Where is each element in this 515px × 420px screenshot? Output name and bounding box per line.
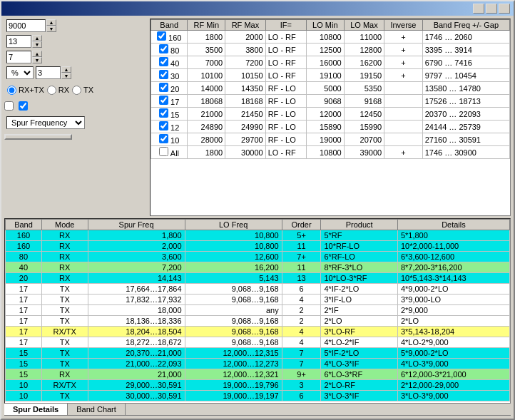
if-eq-cell: LO - RF — [265, 31, 306, 43]
band-table-row: 80 3500 3800 LO - RF 12500 12800 + 3395 … — [151, 43, 510, 56]
band-gap-input-group: ▲ ▼ — [36, 66, 71, 79]
spur-band-cell: 17 — [6, 305, 42, 316]
tab-band-chart[interactable]: Band Chart — [68, 404, 126, 415]
band-gap-down[interactable]: ▼ — [61, 73, 71, 79]
lomax-col-header: LO Max — [344, 20, 384, 31]
if-freq-down[interactable]: ▼ — [46, 26, 56, 32]
max-rx-input-group: ▲ ▼ — [6, 35, 42, 48]
band-gap-unit-select[interactable]: % — [6, 66, 34, 79]
band-table: Band RF Min RF Max IF= LO Min LO Max Inv… — [151, 19, 510, 159]
band-cell-checkbox[interactable]: 30 — [151, 69, 188, 82]
band-cell-checkbox[interactable]: 80 — [151, 43, 188, 56]
band-checkbox[interactable] — [159, 134, 168, 143]
band-cell-checkbox[interactable]: 10 — [151, 133, 188, 146]
band-checkbox[interactable] — [159, 147, 168, 156]
band-gap-input[interactable] — [36, 66, 61, 79]
spur-product-cell: 4*LO-3*IF — [321, 359, 397, 369]
band-col-header: Band — [151, 20, 188, 31]
spur-product-cell: 10*RF-LO — [321, 241, 397, 252]
band-checkbox[interactable] — [159, 96, 168, 105]
band-cell-checkbox[interactable]: 12 — [151, 121, 188, 133]
rf-max-cell: 18168 — [225, 95, 266, 108]
spur-product-cell: 5*RF — [321, 230, 397, 241]
band-gap-row: % ▲ ▼ — [4, 66, 147, 80]
controls-panel: ▲ ▼ ▲ ▼ — [4, 19, 147, 216]
bottom-tab-bar: Spur Details Band Chart — [4, 404, 511, 416]
view-rx-option[interactable]: RX — [47, 86, 69, 95]
close-button[interactable] — [499, 4, 510, 14]
spur-band-cell: 80 — [6, 252, 42, 262]
view-rx-radio[interactable] — [47, 86, 56, 95]
minimize-button[interactable] — [473, 4, 484, 14]
spur-details-cell: 5*9,000-2*LO — [397, 348, 509, 359]
spur-details-cell: 3*5,143-18,204 — [397, 327, 509, 337]
if-freq-up[interactable]: ▲ — [46, 19, 56, 26]
lo-min-cell: 19100 — [306, 69, 344, 82]
max-tx-up[interactable]: ▲ — [32, 51, 42, 57]
max-rx-input[interactable] — [6, 35, 31, 48]
band-checkbox[interactable] — [159, 57, 168, 66]
view-tx-option[interactable]: TX — [72, 86, 93, 95]
spur-freq-cell: 18,204…18,504 — [88, 327, 185, 337]
spur-freq-cell: 21,000 — [88, 369, 185, 380]
band-checkbox[interactable] — [157, 31, 166, 41]
spur-lo-cell: 9,068…9,168 — [185, 294, 282, 305]
band-checkbox[interactable] — [159, 121, 168, 130]
rf-max-cell: 14350 — [225, 82, 266, 95]
band-checkbox[interactable] — [159, 44, 168, 53]
lo-max-cell: 5350 — [344, 82, 384, 95]
spur-mode-cell: TX — [41, 391, 88, 401]
spur-order-cell: 5+ — [282, 230, 321, 241]
auto-recalc-checkbox[interactable] — [19, 101, 28, 111]
view-tx-radio[interactable] — [72, 86, 81, 95]
spur-table-row: 17 RX/TX 18,204…18,504 9,068…9,168 4 3*L… — [6, 327, 510, 337]
view-rx-label: RX — [58, 86, 69, 94]
max-rx-down[interactable]: ▼ — [32, 41, 42, 48]
view-rxtx-radio[interactable] — [7, 86, 16, 95]
spur-lo-cell: 16,200 — [185, 262, 282, 273]
view-rxtx-option[interactable]: RX+TX — [7, 86, 44, 95]
show-all-label-group[interactable] — [4, 101, 16, 111]
spur-freq-cell: 3,600 — [88, 252, 185, 262]
spur-product-cell: 4*IF-2*LO — [321, 284, 397, 294]
band-cell-checkbox[interactable]: 160 — [151, 31, 188, 43]
sort-select[interactable]: Spur Frequency Band Order — [6, 116, 85, 129]
band-table-row: 20 14000 14350 RF - LO 5000 5350 13580 …… — [151, 82, 510, 95]
inverse-cell — [384, 82, 423, 95]
band-cell-checkbox[interactable]: 17 — [151, 95, 188, 108]
maximize-button[interactable] — [486, 4, 497, 14]
max-tx-input[interactable] — [6, 51, 31, 63]
inverse-cell: + — [384, 69, 423, 82]
band-checkbox[interactable] — [159, 83, 168, 92]
spur-table-row: 80 RX 3,600 12,600 7+ 6*RF-LO 6*3,600-12… — [6, 252, 510, 262]
max-tx-down[interactable]: ▼ — [32, 57, 42, 63]
band-cell-checkbox[interactable]: 20 — [151, 82, 188, 95]
spur-order-cell: 4 — [282, 337, 321, 348]
scan-if-wizard-button[interactable] — [4, 134, 72, 140]
spur-freq-cell: 18,272…18,672 — [88, 337, 185, 348]
spur-order-cell: 2 — [282, 305, 321, 316]
band-cell-checkbox[interactable]: 40 — [151, 56, 188, 69]
spur-order-cell: 6 — [282, 284, 321, 294]
band-freq-cell: 13580 … 14780 — [422, 82, 509, 95]
band-checkbox[interactable] — [159, 108, 168, 118]
spur-details-cell: 2*9,000 — [397, 305, 509, 316]
spur-lo-cell: 10,800 — [185, 241, 282, 252]
spur-freq-cell: 1,800 — [88, 230, 185, 241]
spur-mode-cell: TX — [41, 294, 88, 305]
rfmax-col-header: RF Max — [225, 20, 266, 31]
max-tx-row: ▲ ▼ — [4, 50, 147, 64]
if-freq-input[interactable] — [6, 19, 46, 32]
band-cell-checkbox[interactable]: 15 — [151, 108, 188, 121]
spur-mode-header: Mode — [41, 220, 88, 230]
rf-min-cell: 3500 — [188, 43, 225, 56]
spur-band-cell: 160 — [6, 230, 42, 241]
auto-recalc-label-group[interactable] — [19, 101, 30, 111]
band-gap-up[interactable]: ▲ — [61, 66, 71, 73]
show-all-checkbox[interactable] — [4, 101, 14, 111]
tab-spur-details[interactable]: Spur Details — [4, 404, 68, 415]
band-cell-checkbox[interactable]: All — [151, 146, 188, 159]
spur-freq-cell: 30,000…30,591 — [88, 391, 185, 401]
max-rx-up[interactable]: ▲ — [32, 35, 42, 41]
band-checkbox[interactable] — [159, 70, 168, 79]
